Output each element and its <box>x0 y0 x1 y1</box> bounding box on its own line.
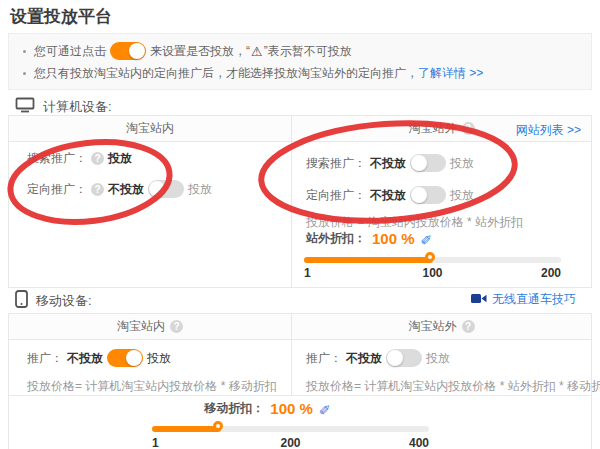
section-title: 移动设备: <box>36 292 92 310</box>
computer-table: 淘宝站内 淘宝站外 ? 网站列表 >> 搜索推广： ? 投放 定向推广： ? 不… <box>8 115 592 288</box>
price-formula: 投放价格= 计算机淘宝站内投放价格 * 移动折扣 <box>27 378 277 395</box>
discount-label: 移动折扣： <box>204 400 264 417</box>
offsite-target-toggle[interactable] <box>410 186 446 204</box>
mobile-discount-slider[interactable] <box>152 426 429 432</box>
slider-labels: 1 200 400 <box>152 436 429 449</box>
state-on-label: 投放 <box>426 350 450 367</box>
mobile-offsite-toggle[interactable] <box>386 349 422 367</box>
onsite-target-toggle[interactable] <box>148 180 184 198</box>
state-off-label: 不投放 <box>370 155 406 172</box>
notice-box: 您可通过点击 来设置是否投放，“ ⚠ ”表示暂不可投放 您只有投放淘宝站内的定向… <box>8 33 592 90</box>
offsite-target-row: 定向推广： 不投放 投放 <box>306 186 474 204</box>
offsite-header: 淘宝站外 ? 网站列表 >> <box>291 116 591 141</box>
wireless-tips-link[interactable]: 无线直通车技巧 <box>492 291 576 308</box>
notice-text: ”表示暂不可投放 <box>264 43 352 60</box>
slider-max-label: 400 <box>409 436 429 449</box>
help-icon[interactable]: ? <box>91 183 104 196</box>
mobile-table: 淘宝站内 ? 淘宝站外 ? 推广： 不投放 投放 投放价格= 计算机淘宝站内投放… <box>8 313 592 449</box>
slider-knob[interactable] <box>213 421 223 431</box>
video-camera-icon <box>471 293 487 307</box>
notice-line-1: 您可通过点击 来设置是否投放，“ ⚠ ”表示暂不可投放 <box>19 40 581 62</box>
edit-pencil-icon[interactable]: ✎ <box>319 401 331 417</box>
computer-onsite-column: 搜索推广： ? 投放 定向推广： ? 不投放 投放 <box>9 142 291 288</box>
help-icon[interactable]: ? <box>91 152 104 165</box>
state-on-label: 投放 <box>450 187 474 204</box>
mobile-section-header: 移动设备: <box>15 290 92 311</box>
discount-value: 100 % <box>270 400 313 417</box>
help-icon[interactable]: ? <box>462 122 475 135</box>
site-list-link[interactable]: 网站列表 >> <box>516 122 581 139</box>
offsite-discount-slider[interactable] <box>304 257 561 263</box>
slider-labels: 1 100 200 <box>304 266 561 280</box>
offsite-search-row: 搜索推广： 不投放 投放 <box>306 154 474 172</box>
computer-offsite-column: 搜索推广： 不投放 投放 定向推广： 不投放 投放 投放价格 = 淘宝站内投放价… <box>291 142 591 288</box>
slider-mid-label: 200 <box>280 436 300 449</box>
onsite-promo-row: 推广： 不投放 投放 <box>27 349 171 367</box>
onsite-header: 淘宝站内 <box>9 116 291 141</box>
help-icon[interactable]: ? <box>462 320 475 333</box>
mobile-onsite-toggle[interactable] <box>107 349 143 367</box>
discount-label: 站外折扣： <box>306 230 366 247</box>
warning-icon: ⚠ <box>251 44 263 59</box>
row-label: 推广： <box>306 350 342 367</box>
slider-min-label: 1 <box>304 266 311 280</box>
state-on-label: 投放 <box>450 155 474 172</box>
state-off-label: 不投放 <box>346 350 382 367</box>
offsite-discount: 站外折扣： 100 % ✎ <box>306 230 432 247</box>
page-title: 设置投放平台 <box>10 5 112 28</box>
discount-value: 100 % <box>372 230 415 247</box>
price-formula: 投放价格 = 淘宝站内投放价格 * 站外折扣 <box>306 214 523 231</box>
example-toggle[interactable] <box>110 42 146 60</box>
onsite-search-row: 搜索推广： ? 投放 <box>27 150 132 167</box>
offsite-header-label: 淘宝站外 <box>409 120 457 137</box>
onsite-header-label: 淘宝站内 <box>126 120 174 137</box>
bullet-dot <box>23 50 26 53</box>
offsite-header-label: 淘宝站外 <box>409 318 457 335</box>
onsite-target-row: 定向推广： ? 不投放 投放 <box>27 180 212 198</box>
state-on-label: 投放 <box>147 350 171 367</box>
computer-table-header: 淘宝站内 淘宝站外 ? 网站列表 >> <box>9 116 591 142</box>
notice-line-2: 您只有投放淘宝站内的定向推广后，才能选择投放淘宝站外的定向推广， 了解详情 >> <box>19 62 581 84</box>
row-label: 搜索推广： <box>306 155 366 172</box>
mobile-table-header: 淘宝站内 ? 淘宝站外 ? <box>9 314 591 340</box>
row-label: 推广： <box>27 350 63 367</box>
state-on-label: 投放 <box>188 181 212 198</box>
notice-text: 您只有投放淘宝站内的定向推广后，才能选择投放淘宝站外的定向推广， <box>34 65 418 82</box>
mobile-discount: 移动折扣： 100 % ✎ <box>129 400 406 417</box>
section-title: 计算机设备: <box>43 98 112 116</box>
slider-fill <box>304 257 433 263</box>
phone-icon <box>15 290 28 311</box>
onsite-header-label: 淘宝站内 <box>117 318 165 335</box>
slider-mid-label: 100 <box>422 266 442 280</box>
mobile-discount-panel: 移动折扣： 100 % ✎ 1 200 400 <box>9 395 591 449</box>
slider-fill <box>152 426 221 432</box>
row-label: 定向推广： <box>306 187 366 204</box>
state-off-label: 不投放 <box>370 187 406 204</box>
onsite-header: 淘宝站内 ? <box>9 314 291 339</box>
mobile-offsite-column: 推广： 不投放 投放 投放价格= 计算机淘宝站内投放价格 * 站外折扣 * 移动… <box>291 340 591 395</box>
help-icon[interactable]: ? <box>170 320 183 333</box>
notice-text: 来设置是否投放，“ <box>150 43 250 60</box>
slider-max-label: 200 <box>541 266 561 280</box>
slider-knob[interactable] <box>425 252 435 262</box>
row-label: 定向推广： <box>27 181 87 198</box>
notice-text: 您可通过点击 <box>34 43 106 60</box>
offsite-search-toggle[interactable] <box>410 154 446 172</box>
learn-more-link[interactable]: 了解详情 >> <box>418 65 483 82</box>
price-formula: 投放价格= 计算机淘宝站内投放价格 * 站外折扣 * 移动折扣 <box>306 378 600 395</box>
edit-pencil-icon[interactable]: ✎ <box>421 231 433 247</box>
offsite-promo-row: 推广： 不投放 投放 <box>306 349 450 367</box>
state-off-label: 不投放 <box>67 350 103 367</box>
monitor-icon <box>15 97 35 116</box>
offsite-header: 淘宝站外 ? <box>291 314 591 339</box>
state-delivering: 投放 <box>108 150 132 167</box>
computer-section-header: 计算机设备: <box>15 97 112 116</box>
slider-min-label: 1 <box>152 436 159 449</box>
bullet-dot <box>23 72 26 75</box>
mobile-onsite-column: 推广： 不投放 投放 投放价格= 计算机淘宝站内投放价格 * 移动折扣 <box>9 340 291 395</box>
wireless-tips[interactable]: 无线直通车技巧 <box>471 291 576 308</box>
row-label: 搜索推广： <box>27 150 87 167</box>
state-off-label: 不投放 <box>108 181 144 198</box>
